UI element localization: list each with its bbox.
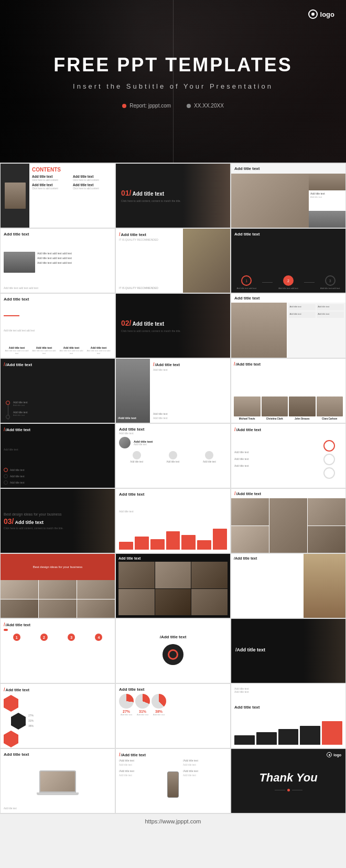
slide-bar-chart: Add title text Add title text xyxy=(115,488,231,553)
hero-meta: Report: jpppt.com XX.XX.20XX xyxy=(53,103,292,109)
logo-icon xyxy=(308,9,318,19)
hero-title: FREE PPT TEMPLATES xyxy=(53,54,292,76)
slide-hex-chart: / Add title text 27% 31% 38% xyxy=(0,683,115,748)
slide17-title: Add title text xyxy=(119,492,227,497)
slide-photo-grid: Add title text Add title text Add title … xyxy=(231,163,346,228)
slides-grid: CONTENTS Add title text Click here to ad… xyxy=(0,163,346,813)
hero-subtitle: Insert the Subtitle of Your Presentation xyxy=(53,82,292,90)
slide10-title: /Add title text xyxy=(6,362,33,367)
slide09-title: Add title text xyxy=(234,296,342,301)
slide16-title: Add title text xyxy=(15,520,44,525)
slide-dark-steps: / /Add title text Add title text Add tit… xyxy=(0,423,115,488)
slide-dark-timeline: / /Add title text Add title text Add tit… xyxy=(0,358,115,423)
slide-laptop: Add title text Add title text xyxy=(0,748,115,813)
slide13-title: /Add title text xyxy=(6,427,31,432)
slide-02-section: 02/ Add title text Click here to add con… xyxy=(115,293,231,358)
slide07-title: Add title text xyxy=(4,297,112,302)
slide-steps-dark: Add title text 1 Add title text add text… xyxy=(231,228,346,293)
hero-content: FREE PPT TEMPLATES Insert the Subtitle o… xyxy=(53,54,292,109)
slide15-title: /Add title text xyxy=(236,427,262,432)
contents-item-2: Add title text Click here to add content xyxy=(73,175,112,181)
slide04-title: Add title text xyxy=(4,232,112,237)
slide18-title: /Add title text xyxy=(236,491,262,496)
slide-profile-circles: Add title text Add title text Add title … xyxy=(115,423,231,488)
slide-donut-stats: Add title text 27% Add title text 31% Ad… xyxy=(115,683,231,748)
slide-04-section: /Add title text xyxy=(231,618,346,683)
slide23-title: /Add title text xyxy=(160,635,187,639)
slide-numbered-red: / /Add title text 1 2 3 xyxy=(0,618,115,683)
footer-url[interactable]: https://www.jpppt.com xyxy=(145,818,201,824)
slide24-title: /Add title text xyxy=(235,647,265,652)
slide-contents: CONTENTS Add title text Click here to ad… xyxy=(0,163,115,228)
hero-slide: logo FREE PPT TEMPLATES Insert the Subti… xyxy=(0,0,346,163)
slide06-title: Add title text xyxy=(234,232,342,237)
contents-item-3: Add title text Click here to add content xyxy=(32,183,71,190)
slide16-number: 03/ xyxy=(4,517,14,526)
slide-red-collage: Best design ideas for your business xyxy=(0,553,115,618)
slide22-title: /Add title text xyxy=(6,623,31,627)
slide08-title: Add title text xyxy=(132,321,164,327)
slide-center-text: /Add title text xyxy=(115,618,231,683)
hero-report: Report: jpppt.com xyxy=(129,103,171,109)
slide-team: / /Add title text Michael Travis Christi… xyxy=(231,358,346,423)
contents-item-4: Add title text Click here to add content xyxy=(73,183,112,190)
slide01-number: 01/ xyxy=(121,189,131,197)
slide-phone: / /Add title text /Add title text Add ti… xyxy=(115,748,231,813)
slide25-title: Add title text xyxy=(6,688,29,692)
thankyou-text: Thank You xyxy=(259,771,317,785)
dot-gray xyxy=(187,104,191,108)
slide-profile-grid: Add title text Add title text Add title … xyxy=(231,293,346,358)
logo-text: logo xyxy=(320,10,334,18)
slide28-title: Add title text xyxy=(4,752,112,757)
slide11-title: /Add title text xyxy=(155,362,180,367)
slide-timeline: Add title text Add title text add text a… xyxy=(0,228,115,293)
slide05-title: Add title text xyxy=(121,232,146,237)
slide-circles-right: / /Add title text Add title text Add tit… xyxy=(231,423,346,488)
slide01-title: Add title text xyxy=(132,191,164,197)
slide29-title: /Add title text xyxy=(121,753,146,757)
slide08-number: 02/ xyxy=(121,319,131,327)
slide27-title: Add title text xyxy=(234,705,342,710)
slide-text-blocks: Add title text Add title text add text a… xyxy=(0,293,115,358)
hero-meta-report: Report: jpppt.com xyxy=(122,103,171,109)
slide-suit-person: /Add title text xyxy=(231,553,346,618)
contents-item-1: Add title text Click here to add content xyxy=(32,175,71,181)
hero-date: XX.XX.20XX xyxy=(194,103,224,109)
slide-bar-chart2: Add title text Add title text Add title … xyxy=(231,683,346,748)
hero-logo: logo xyxy=(308,9,334,19)
thankyou-logo: logo xyxy=(333,753,341,757)
slide-thankyou: logo Thank You xyxy=(231,748,346,813)
slide-03-section: Best design ideas for your business 03/ … xyxy=(0,488,115,553)
slide-fashion-recommend: / Add title text IT IS QUALITY RECOMMEND… xyxy=(115,228,231,293)
slide12-title: /Add title text xyxy=(236,362,261,367)
slide-person-left: /Add title text / /Add title text Add ti… xyxy=(115,358,231,423)
hero-meta-date: XX.XX.20XX xyxy=(187,103,224,109)
slide03-title: Add title text xyxy=(234,166,342,171)
slide-01-section: 01/ Add title text Click here to add con… xyxy=(115,163,231,228)
slide21-title: /Add title text xyxy=(234,556,301,560)
contents-label: CONTENTS xyxy=(32,167,112,173)
slide14-title: Add title text xyxy=(119,427,227,432)
slide26-title: Add title text xyxy=(119,687,227,692)
slide-dark-collage: Add title text xyxy=(115,553,231,618)
footer: https://www.jpppt.com xyxy=(0,813,346,829)
dot-red xyxy=(122,104,126,108)
slide-photo-mosaic: / /Add title text xyxy=(231,488,346,553)
